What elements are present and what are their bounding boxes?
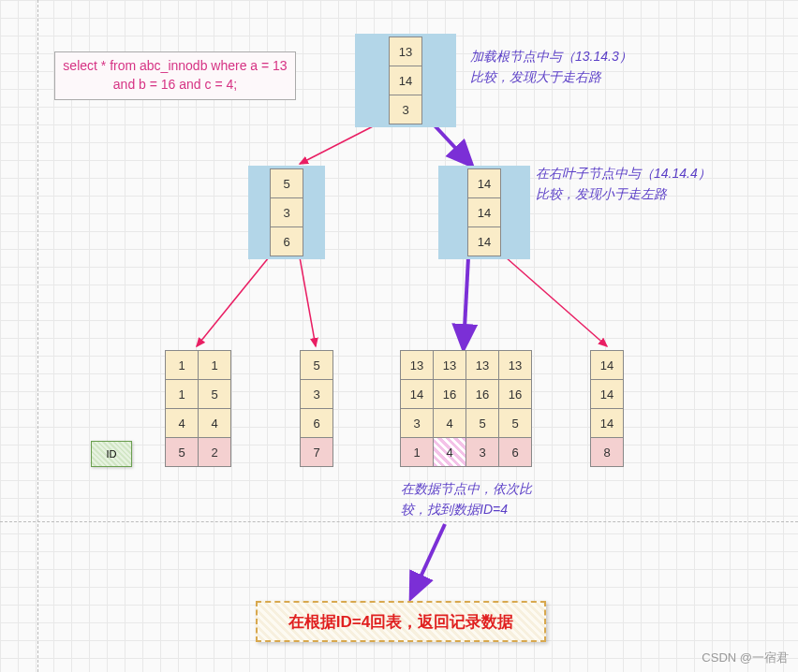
leaf-id-cell: 6 [498,437,532,467]
annotation-data-node: 在数据节点中，依次比 较，找到数据ID=4 [401,478,532,520]
leaf-node-4: 14 14 14 8 [590,350,624,467]
leaf-cell: 4 [165,408,199,438]
root-node: 13 14 3 [355,34,456,127]
leaf-cell: 14 [590,408,624,438]
root-cell: 3 [389,95,422,124]
node-cell: 5 [270,168,303,198]
node-cell: 14 [467,226,501,256]
leaf-cell: 6 [300,408,333,438]
leaf-cell: 4 [433,408,466,438]
leaf-cell: 4 [198,408,231,438]
node-cell: 3 [270,197,303,227]
annotation-right-child: 在右叶子节点中与（14.14.4） 比较，发现小于走左路 [536,163,711,205]
leaf-id-cell: 2 [198,437,231,467]
sql-query-box: select * from abc_innodb where a = 13 an… [54,51,296,100]
root-cell: 14 [389,66,422,95]
right-child-node: 14 14 14 [438,166,530,259]
svg-line-4 [464,257,468,346]
leaf-cell: 5 [466,408,499,438]
leaf-id-cell-match: 4 [433,437,466,467]
watermark: CSDN @一宿君 [702,650,789,666]
result-box: 在根据ID=4回表，返回记录数据 [256,601,546,642]
node-cell: 14 [467,168,501,198]
leaf-cell: 16 [498,379,532,409]
leaf-cell: 14 [590,379,624,409]
id-legend: ID [91,441,132,467]
svg-line-5 [506,257,607,346]
svg-line-3 [300,257,316,346]
leaf-cell: 1 [198,350,231,380]
leaf-cell: 14 [590,350,624,380]
leaf-cell: 1 [165,379,199,409]
leaf-id-cell: 5 [165,437,199,467]
leaf-cell: 5 [300,350,333,380]
leaf-cell: 13 [400,350,434,380]
leaf-cell: 16 [466,379,499,409]
node-cell: 6 [270,226,303,256]
leaf-node-2: 5 3 6 7 [300,350,333,467]
leaf-cell: 13 [433,350,466,380]
svg-line-1 [433,124,470,164]
svg-line-2 [197,257,269,346]
leaf-id-cell: 7 [300,437,333,467]
annotation-root: 加载根节点中与（13.14.3） 比较，发现大于走右路 [470,46,632,88]
root-cell: 13 [389,37,422,66]
leaf-id-cell: 3 [466,437,499,467]
leaf-node-3: 13 14 3 1 13 16 4 4 13 16 5 3 13 16 5 6 [400,350,532,467]
leaf-cell: 14 [400,379,434,409]
leaf-cell: 5 [198,379,231,409]
leaf-node-1: 1 1 4 5 1 5 4 2 [165,350,231,467]
left-child-node: 5 3 6 [248,166,325,259]
leaf-cell: 3 [400,408,434,438]
node-cell: 14 [467,197,501,227]
svg-line-6 [412,524,445,595]
leaf-cell: 13 [498,350,532,380]
leaf-id-cell: 8 [590,437,624,467]
leaf-cell: 1 [165,350,199,380]
leaf-cell: 16 [433,379,466,409]
leaf-cell: 3 [300,379,333,409]
leaf-cell: 13 [466,350,499,380]
svg-line-0 [300,124,378,164]
leaf-cell: 5 [498,408,532,438]
leaf-id-cell: 1 [400,437,434,467]
